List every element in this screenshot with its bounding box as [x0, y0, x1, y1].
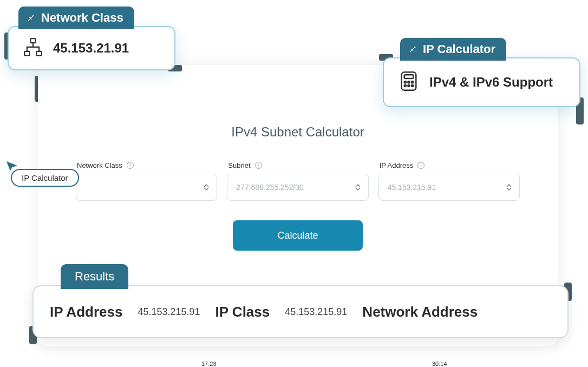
svg-point-7: [411, 81, 413, 83]
callout-tab-label: Network Class: [41, 11, 123, 25]
chevron-updown-icon: [506, 184, 512, 191]
timestamp-left: 17:23: [201, 361, 217, 367]
svg-rect-0: [30, 38, 36, 43]
field-subnet: Subnet i 277.688.255.252/30: [227, 161, 368, 201]
pin-icon: [26, 11, 36, 25]
select-subnet[interactable]: 277.688.255.252/30: [227, 174, 368, 201]
field-network-class: Network Class i: [76, 161, 217, 201]
results-ip-address-label: IP Address: [50, 304, 122, 320]
pill-text: IP Calculator: [22, 173, 68, 182]
select-value: 277.688.255.252/30: [236, 183, 304, 192]
label-text: Subnet: [228, 161, 250, 169]
results-ip-address-value: 45.153.215.91: [138, 306, 200, 318]
calculate-button[interactable]: Calculate: [233, 220, 363, 251]
chevron-updown-icon: [204, 184, 209, 191]
chevron-updown-icon: [355, 184, 361, 191]
pin-icon: [408, 42, 417, 56]
svg-point-6: [408, 81, 409, 83]
results-ip-class-label: IP Class: [215, 304, 270, 320]
select-network-class[interactable]: [76, 174, 217, 201]
svg-point-10: [411, 85, 413, 87]
callout-value: IPv4 & IPv6 Support: [429, 75, 553, 90]
results-tab: Results: [61, 264, 128, 289]
field-label-ip: IP Address i: [378, 161, 520, 169]
svg-point-9: [408, 85, 409, 87]
svg-rect-4: [404, 75, 414, 78]
svg-rect-1: [24, 51, 30, 56]
results-network-address-label: Network Address: [362, 304, 478, 320]
info-icon[interactable]: i: [127, 162, 134, 169]
calculator-icon: [398, 70, 420, 94]
results-ip-class-value: 45.153.215.91: [285, 306, 347, 318]
svg-point-5: [404, 81, 406, 83]
timestamp-right: 30:14: [432, 361, 447, 367]
svg-point-8: [404, 85, 406, 87]
callout-ip-calculator: IP Calculator IPv4 & IPv6 Support: [383, 57, 580, 107]
callout-value: 45.153.21.91: [53, 41, 129, 56]
info-icon[interactable]: i: [417, 162, 424, 169]
callout-tab-network-class: Network Class: [18, 6, 134, 29]
field-label-subnet: Subnet i: [227, 161, 368, 169]
field-ip-address: IP Address i 45.153.215.91: [378, 161, 520, 201]
network-icon: [23, 37, 43, 60]
tooltip-pill: IP Calculator: [11, 169, 79, 187]
callout-tab-ip-calculator: IP Calculator: [400, 38, 506, 61]
callout-network-class: Network Class 45.153.21.91: [8, 26, 175, 70]
fields-row: Network Class i Subnet i 277.688.255.252…: [38, 161, 558, 201]
info-icon[interactable]: i: [255, 162, 262, 169]
select-ip-address[interactable]: 45.153.215.91: [378, 174, 520, 201]
callout-tab-label: IP Calculator: [423, 42, 495, 56]
label-text: Network Class: [77, 161, 122, 169]
svg-rect-2: [36, 51, 41, 56]
select-value: 45.153.215.91: [388, 183, 436, 192]
results-bar: IP Address 45.153.215.91 IP Class 45.153…: [32, 285, 569, 338]
field-label-network-class: Network Class i: [76, 161, 217, 169]
page-title: IPv4 Subnet Calculator: [38, 124, 558, 140]
label-text: IP Address: [380, 161, 414, 169]
